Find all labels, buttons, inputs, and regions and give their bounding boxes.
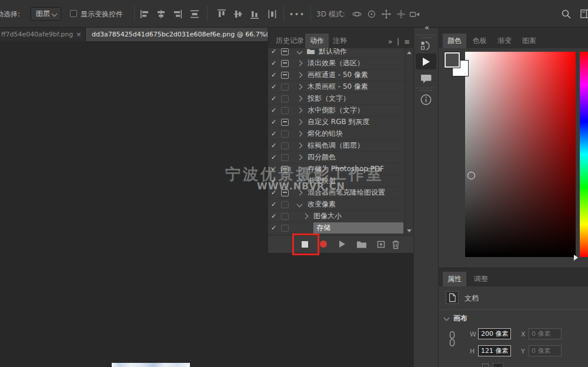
3d-orbit-icon[interactable] bbox=[350, 8, 363, 21]
notes-panel-icon[interactable] bbox=[420, 74, 433, 84]
action-row[interactable]: ✓ 淡出效果（选区） bbox=[268, 58, 413, 69]
tab-actions[interactable]: 动作 bbox=[305, 34, 329, 48]
dialog-toggle-icon[interactable] bbox=[281, 60, 289, 67]
include-check-icon[interactable]: ✓ bbox=[271, 224, 281, 232]
chevron-right-icon[interactable] bbox=[296, 143, 302, 149]
dialog-toggle-icon[interactable] bbox=[281, 119, 289, 126]
play-button[interactable] bbox=[339, 241, 345, 248]
dialog-toggle-icon[interactable] bbox=[281, 95, 289, 102]
action-row[interactable]: ✓ 存储为 Photoshop PDF bbox=[268, 164, 413, 175]
tab-patterns[interactable]: 图案 bbox=[517, 34, 541, 48]
distribute-horizontal-icon[interactable] bbox=[188, 8, 201, 21]
action-row[interactable]: ✓ 自定义 RGB 到灰度 bbox=[268, 116, 413, 128]
dialog-toggle-icon[interactable] bbox=[281, 131, 289, 138]
width-input[interactable] bbox=[478, 328, 511, 339]
3d-slide-icon[interactable] bbox=[395, 8, 407, 21]
actions-scrollbar[interactable] bbox=[405, 48, 413, 235]
dock-grip[interactable] bbox=[420, 37, 432, 38]
y-input[interactable] bbox=[529, 345, 562, 356]
chevron-right-icon[interactable] bbox=[296, 72, 302, 78]
dialog-toggle-icon[interactable] bbox=[281, 72, 289, 79]
record-button[interactable] bbox=[320, 241, 327, 248]
align-left-icon[interactable] bbox=[139, 8, 152, 21]
distribute-vertical-icon[interactable] bbox=[266, 8, 279, 21]
tab-gradients[interactable]: 渐变 bbox=[493, 34, 516, 48]
dialog-toggle-icon[interactable] bbox=[281, 142, 289, 149]
scroll-up-icon[interactable] bbox=[407, 51, 412, 54]
action-row[interactable]: ✓ 改变像素 bbox=[268, 199, 413, 211]
align-middle-vertical-icon[interactable] bbox=[232, 8, 245, 21]
tab-adjustments[interactable]: 调整 bbox=[469, 272, 493, 286]
include-check-icon[interactable]: ✓ bbox=[271, 118, 281, 126]
align-top-icon[interactable] bbox=[215, 8, 228, 21]
action-row[interactable]: ✓ 木质画框 - 50 像素 bbox=[268, 81, 413, 93]
include-check-icon[interactable]: ✓ bbox=[271, 83, 281, 91]
dialog-toggle-icon[interactable] bbox=[281, 225, 289, 232]
align-bottom-icon[interactable] bbox=[248, 8, 261, 21]
include-check-icon[interactable]: ✓ bbox=[271, 95, 281, 102]
chevron-right-icon[interactable] bbox=[302, 213, 308, 219]
action-row[interactable]: ✓ 水中倒影（文字） bbox=[268, 105, 413, 116]
chevron-right-icon[interactable] bbox=[296, 155, 302, 161]
action-row[interactable]: ✓ 混合器画笔克隆绘图设置 bbox=[268, 187, 413, 199]
layer-select-dropdown[interactable]: 图层 bbox=[31, 7, 61, 21]
chevron-right-icon[interactable] bbox=[296, 131, 302, 137]
include-check-icon[interactable]: ✓ bbox=[271, 212, 281, 220]
dialog-toggle-icon[interactable] bbox=[281, 189, 289, 196]
height-input[interactable] bbox=[478, 345, 511, 356]
panel-menu-icon[interactable]: ≡ bbox=[404, 38, 410, 46]
include-check-icon[interactable]: ✓ bbox=[271, 48, 281, 55]
action-row[interactable]: ✓ 四分颜色 bbox=[268, 152, 413, 164]
chevron-down-icon[interactable] bbox=[296, 202, 302, 208]
search-icon[interactable] bbox=[560, 8, 573, 21]
include-check-icon[interactable]: ✓ bbox=[271, 130, 281, 138]
action-set-row[interactable]: ✓ 默认动作 bbox=[268, 48, 413, 58]
workspace-switcher-icon[interactable] bbox=[579, 8, 588, 21]
action-step-row-selected[interactable]: ✓ 存储 bbox=[268, 222, 413, 234]
dialog-toggle-icon[interactable] bbox=[281, 178, 289, 185]
tab-swatches[interactable]: 色板 bbox=[468, 34, 492, 48]
include-check-icon[interactable]: ✓ bbox=[271, 165, 281, 173]
3d-camera-icon[interactable] bbox=[408, 8, 421, 21]
document-tab-active[interactable]: dd3a785425d41d675bc2d031e608ef6e.png @ 6… bbox=[86, 28, 268, 41]
tab-history[interactable]: 历史记录 bbox=[271, 34, 309, 48]
action-row[interactable]: ✓ 画框通道 - 50 像素 bbox=[268, 69, 413, 81]
tab-notes[interactable]: 注释 bbox=[328, 34, 352, 48]
chevron-right-icon[interactable] bbox=[296, 96, 302, 102]
align-center-horizontal-icon[interactable] bbox=[155, 8, 168, 21]
scroll-down-icon[interactable] bbox=[407, 229, 412, 232]
close-icon[interactable]: × bbox=[76, 31, 81, 38]
action-step-row[interactable]: ✓ 图像大小 bbox=[268, 211, 413, 222]
panel-expand-icon[interactable]: » bbox=[388, 38, 392, 46]
include-check-icon[interactable]: ✓ bbox=[271, 59, 281, 67]
3d-pan-icon[interactable] bbox=[380, 8, 393, 21]
align-right-icon[interactable] bbox=[171, 8, 183, 21]
hue-slider-handle[interactable] bbox=[574, 255, 578, 261]
3d-roll-icon[interactable] bbox=[365, 8, 378, 21]
include-check-icon[interactable]: ✓ bbox=[271, 201, 281, 208]
action-row[interactable]: ✓ 熔化的铅块 bbox=[268, 128, 413, 140]
link-dimensions-icon[interactable] bbox=[449, 331, 456, 347]
x-input[interactable] bbox=[529, 328, 562, 339]
dialog-toggle-icon[interactable] bbox=[281, 107, 289, 114]
chevron-right-icon[interactable] bbox=[296, 178, 302, 184]
history-panel-icon[interactable] bbox=[420, 41, 432, 51]
action-row[interactable]: ✓ 渐变映射 bbox=[268, 175, 413, 187]
chevron-right-icon[interactable] bbox=[296, 190, 302, 196]
chevron-right-icon[interactable] bbox=[296, 119, 302, 125]
dialog-toggle-icon[interactable] bbox=[281, 84, 289, 91]
include-check-icon[interactable]: ✓ bbox=[271, 154, 281, 161]
color-saturation-field[interactable] bbox=[465, 52, 576, 257]
action-row[interactable]: ✓ 棕褐色调（图层） bbox=[268, 140, 413, 152]
chevron-right-icon[interactable] bbox=[296, 61, 302, 66]
action-row[interactable]: ✓ 投影（文字） bbox=[268, 93, 413, 105]
foreground-color-swatch[interactable] bbox=[445, 52, 460, 68]
dock-grip[interactable] bbox=[420, 90, 432, 91]
hue-slider[interactable] bbox=[580, 52, 588, 257]
chevron-down-icon[interactable] bbox=[296, 49, 302, 55]
dialog-toggle-icon[interactable] bbox=[281, 48, 289, 55]
dialog-toggle-icon[interactable] bbox=[281, 201, 289, 208]
chevron-right-icon[interactable] bbox=[296, 166, 302, 172]
section-chevron-down-icon[interactable] bbox=[444, 315, 450, 321]
include-check-icon[interactable]: ✓ bbox=[271, 106, 281, 114]
